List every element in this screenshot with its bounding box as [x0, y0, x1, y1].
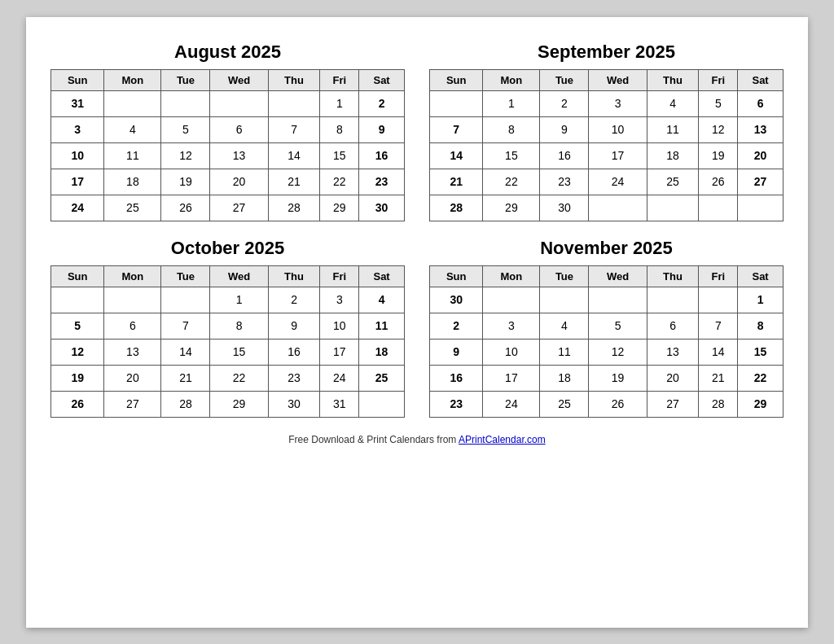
calendar-cell: 11 — [104, 142, 161, 169]
calendar-cell: 24 — [483, 391, 540, 417]
calendar-september-2025: September 2025SunMonTueWedThuFriSat12345… — [429, 42, 784, 221]
calendar-cell: 3 — [320, 287, 359, 313]
calendar-cell: 13 — [104, 339, 161, 365]
header-sun: Sun — [430, 265, 483, 287]
calendar-cell: 18 — [647, 142, 699, 169]
calendar-cell: 16 — [430, 365, 483, 391]
calendar-cell: 14 — [161, 339, 210, 365]
calendar-cell: 27 — [647, 391, 699, 417]
header-thu: Thu — [268, 69, 320, 90]
table-row: 3456789 — [51, 116, 405, 142]
calendar-cell: 16 — [268, 339, 320, 365]
calendars-grid: August 2025SunMonTueWedThuFriSat31123456… — [50, 42, 784, 418]
calendar-cell — [210, 90, 268, 116]
calendar-cell — [268, 90, 320, 116]
calendar-cell: 20 — [647, 365, 699, 391]
calendar-cell — [104, 287, 161, 313]
header-fri: Fri — [699, 265, 738, 287]
footer-link[interactable]: APrintCalendar.com — [459, 434, 546, 445]
calendar-cell: 22 — [483, 169, 540, 195]
calendar-august-2025: August 2025SunMonTueWedThuFriSat31123456… — [50, 42, 405, 221]
calendar-cell: 20 — [738, 142, 784, 169]
calendar-cell — [738, 195, 784, 221]
header-sat: Sat — [738, 69, 784, 90]
header-wed: Wed — [210, 69, 268, 90]
calendar-cell: 2 — [430, 313, 483, 339]
calendar-cell — [161, 287, 210, 313]
calendar-cell: 28 — [268, 195, 320, 221]
calendar-cell: 17 — [320, 339, 359, 365]
calendar-cell: 13 — [210, 142, 268, 169]
calendar-cell: 7 — [430, 116, 483, 142]
calendar-cell: 8 — [483, 116, 540, 142]
calendar-cell: 5 — [699, 90, 738, 116]
calendar-cell: 19 — [51, 365, 104, 391]
calendar-cell: 23 — [540, 169, 589, 195]
calendar-cell: 3 — [589, 90, 647, 116]
title-october-2025: October 2025 — [50, 238, 405, 259]
calendar-cell: 8 — [210, 313, 268, 339]
calendar-cell — [359, 391, 405, 417]
calendar-cell: 16 — [540, 142, 589, 169]
calendar-cell: 9 — [359, 116, 405, 142]
calendar-cell: 24 — [320, 365, 359, 391]
calendar-cell: 24 — [589, 169, 647, 195]
calendar-cell — [161, 90, 210, 116]
header-thu: Thu — [647, 265, 699, 287]
header-sat: Sat — [359, 265, 405, 287]
calendar-cell: 3 — [483, 313, 540, 339]
calendar-cell: 12 — [161, 142, 210, 169]
calendar-cell: 22 — [738, 365, 784, 391]
calendar-cell: 17 — [589, 142, 647, 169]
calendar-cell: 28 — [430, 195, 483, 221]
calendar-cell: 17 — [483, 365, 540, 391]
calendar-cell: 21 — [699, 365, 738, 391]
calendar-cell: 1 — [738, 287, 784, 313]
calendar-cell: 1 — [320, 90, 359, 116]
table-row: 301 — [430, 287, 784, 313]
calendar-cell: 20 — [104, 365, 161, 391]
calendar-cell: 31 — [320, 391, 359, 417]
calendar-cell: 7 — [699, 313, 738, 339]
calendar-cell: 26 — [51, 391, 104, 417]
footer: Free Download & Print Calendars from APr… — [50, 434, 784, 445]
header-tue: Tue — [161, 265, 210, 287]
table-row: 14151617181920 — [430, 142, 784, 169]
calendar-cell: 7 — [161, 313, 210, 339]
calendar-cell: 29 — [210, 391, 268, 417]
calendar-cell: 19 — [699, 142, 738, 169]
calendar-cell: 27 — [210, 195, 268, 221]
table-row: 16171819202122 — [430, 365, 784, 391]
calendar-cell: 2 — [540, 90, 589, 116]
calendar-cell: 10 — [483, 339, 540, 365]
calendar-cell: 21 — [161, 365, 210, 391]
calendar-cell: 30 — [359, 195, 405, 221]
calendar-cell: 1 — [483, 90, 540, 116]
table-row: 262728293031 — [51, 391, 405, 417]
calendar-cell: 12 — [589, 339, 647, 365]
calendar-cell: 5 — [51, 313, 104, 339]
table-row: 21222324252627 — [430, 169, 784, 195]
calendar-cell: 12 — [699, 116, 738, 142]
calendar-cell: 2 — [268, 287, 320, 313]
calendar-cell: 28 — [699, 391, 738, 417]
calendar-cell: 5 — [161, 116, 210, 142]
table-row: 19202122232425 — [51, 365, 405, 391]
title-september-2025: September 2025 — [429, 42, 784, 63]
header-mon: Mon — [104, 69, 161, 90]
calendar-cell: 19 — [161, 169, 210, 195]
calendar-cell: 14 — [430, 142, 483, 169]
calendar-cell: 25 — [540, 391, 589, 417]
table-august-2025: SunMonTueWedThuFriSat3112345678910111213… — [50, 69, 405, 221]
header-mon: Mon — [483, 265, 540, 287]
header-fri: Fri — [320, 69, 359, 90]
header-sun: Sun — [430, 69, 483, 90]
calendar-cell: 8 — [320, 116, 359, 142]
calendar-cell: 4 — [647, 90, 699, 116]
calendar-cell: 6 — [647, 313, 699, 339]
header-sun: Sun — [51, 265, 104, 287]
calendar-cell: 5 — [589, 313, 647, 339]
calendar-cell: 3 — [51, 116, 104, 142]
calendar-cell: 27 — [104, 391, 161, 417]
calendar-cell: 29 — [320, 195, 359, 221]
